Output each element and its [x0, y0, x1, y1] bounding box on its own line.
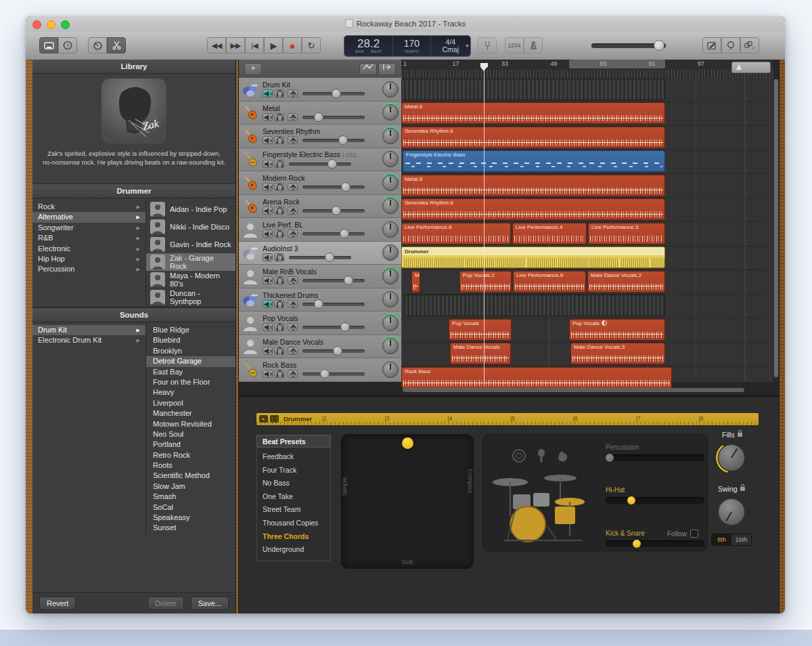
beat-preset-item[interactable]: No Bass — [257, 477, 330, 490]
region[interactable]: Seventies Rhythm.8 — [401, 198, 665, 220]
pan-knob[interactable] — [382, 338, 399, 354]
track-volume-slider[interactable] — [302, 183, 365, 191]
genre-item[interactable]: Percussion▶ — [32, 264, 145, 274]
track-volume-slider[interactable] — [302, 347, 365, 355]
mute-button[interactable] — [263, 136, 273, 144]
swing-knob[interactable] — [717, 497, 746, 527]
solo-button[interactable] — [274, 253, 284, 261]
kit-item[interactable]: Four on the Floor — [146, 377, 235, 387]
solo-button[interactable] — [274, 160, 284, 168]
mute-button[interactable] — [263, 370, 273, 378]
kit-item[interactable]: Manchester — [146, 408, 235, 418]
loop-browser-button[interactable] — [721, 37, 740, 53]
region[interactable]: Live Performance.8 — [401, 223, 511, 244]
editors-button[interactable] — [107, 37, 126, 53]
kit-item[interactable]: Liverpool — [146, 398, 235, 408]
pan-knob[interactable] — [382, 315, 399, 331]
region[interactable]: Drummer — [401, 246, 665, 268]
fills-knob[interactable] — [717, 443, 746, 473]
pan-knob[interactable] — [382, 244, 399, 261]
timeline-ruler[interactable]: 1173349658197 — [401, 60, 773, 79]
track-volume-thumb[interactable] — [314, 299, 323, 309]
mute-button[interactable] — [263, 89, 273, 98]
smart-controls-button[interactable] — [88, 37, 107, 53]
mute-button[interactable] — [263, 230, 273, 238]
automation-button[interactable] — [359, 63, 377, 75]
drummer-item[interactable]: Maya - Modern 80's — [146, 271, 235, 288]
solo-button[interactable] — [274, 89, 284, 98]
catch-playhead-button[interactable] — [378, 63, 396, 75]
monitoring-button[interactable] — [288, 323, 298, 331]
mute-button[interactable] — [263, 300, 273, 308]
track-lane[interactable]: Metal.6 — [401, 102, 773, 127]
track-volume-slider[interactable] — [302, 230, 365, 238]
percussion-slider[interactable] — [606, 454, 704, 461]
quick-help-button[interactable]: ? — [58, 37, 77, 53]
track-lane[interactable]: Drummer — [401, 246, 773, 271]
revert-button[interactable]: Revert — [39, 597, 76, 610]
solo-button[interactable] — [274, 300, 284, 308]
hihat-slider-thumb[interactable] — [627, 496, 635, 504]
drummer-item[interactable]: Aidan - Indie Pop — [146, 200, 235, 218]
region[interactable]: Rock Bass — [401, 367, 672, 389]
region[interactable]: Male Dance Vocals.3 — [570, 343, 665, 364]
track-lane[interactable] — [401, 295, 773, 319]
region[interactable]: Male Dance Vocals.2 — [587, 271, 665, 293]
track-header[interactable]: Thickened Drums — [239, 288, 401, 312]
track-lane[interactable]: Seventies Rhythm.6 — [401, 126, 773, 150]
chevron-down-icon[interactable]: ▼ — [465, 43, 470, 48]
drummer-item[interactable]: Gavin - Indie Rock — [146, 236, 235, 253]
solo-button[interactable] — [274, 207, 284, 215]
monitoring-button[interactable] — [288, 276, 298, 284]
kit-item[interactable]: East Bay — [146, 367, 235, 377]
monitoring-button[interactable] — [288, 89, 298, 98]
record-button[interactable]: ● — [283, 37, 302, 53]
track-lane[interactable]: Pop Vocals Pop Vocals — [401, 318, 773, 343]
region[interactable] — [401, 79, 665, 100]
pan-knob[interactable] — [382, 198, 399, 214]
region[interactable]: Male Dance Vocals — [450, 343, 511, 364]
monitoring-button[interactable] — [288, 207, 298, 215]
horizontal-scrollbar[interactable] — [401, 387, 773, 393]
solo-button[interactable] — [274, 136, 284, 144]
playhead[interactable] — [484, 69, 484, 382]
pan-knob[interactable] — [382, 362, 399, 378]
cycle-button[interactable]: ↻ — [302, 37, 321, 53]
solo-button[interactable] — [274, 347, 284, 355]
library-toggle-button[interactable] — [39, 37, 58, 53]
beat-preset-item[interactable]: Four Track — [257, 464, 330, 477]
track-volume-slider[interactable] — [302, 300, 365, 308]
track-volume-thumb[interactable] — [341, 182, 351, 192]
master-volume-knob[interactable] — [654, 40, 664, 51]
kit-item[interactable]: Roots — [146, 460, 235, 471]
track-volume-thumb[interactable] — [344, 276, 353, 285]
track-volume-thumb[interactable] — [332, 89, 341, 98]
follow-checkbox[interactable] — [690, 530, 698, 538]
track-lane[interactable]: Live Performance.8 Live Performance.4 Li… — [401, 222, 773, 246]
master-volume-slider[interactable] — [591, 41, 666, 49]
track-lane[interactable]: Male Dance Vocals Male Dance Vocals.3 — [401, 343, 773, 367]
kit-item[interactable]: Speakeasy — [146, 513, 235, 523]
track-volume-slider[interactable] — [289, 253, 351, 261]
region[interactable]: Fingerstyle Electric Bass — [403, 150, 665, 172]
track-volume-thumb[interactable] — [328, 159, 337, 169]
track-volume-thumb[interactable] — [325, 253, 334, 262]
lcd-display[interactable]: 28.2 BAR BEAT 170 TEMPO 4/4 Cmaj ▼ — [344, 35, 471, 57]
mute-button[interactable] — [263, 323, 273, 331]
kit-item[interactable]: Heavy — [146, 387, 235, 397]
solo-button[interactable] — [274, 276, 284, 284]
region[interactable]: Pop Vocals — [569, 319, 665, 341]
solo-button[interactable] — [274, 113, 284, 121]
solo-button[interactable] — [274, 370, 284, 378]
pan-knob[interactable] — [382, 104, 399, 121]
track-header[interactable]: Arena Rock — [239, 195, 401, 219]
add-track-button[interactable]: + — [244, 63, 262, 75]
division-option-8th[interactable]: 8th — [712, 534, 731, 545]
track-header[interactable]: Pop Vocals — [239, 311, 401, 335]
solo-button[interactable] — [274, 323, 284, 331]
xy-pad[interactable]: Simple Complex Soft — [341, 434, 474, 569]
drummer-item[interactable]: Zak - Garage Rock — [146, 253, 235, 271]
metronome-button[interactable] — [524, 37, 543, 53]
percussion-icons[interactable] — [510, 447, 571, 465]
division-option-16th[interactable]: 16th — [731, 534, 751, 545]
